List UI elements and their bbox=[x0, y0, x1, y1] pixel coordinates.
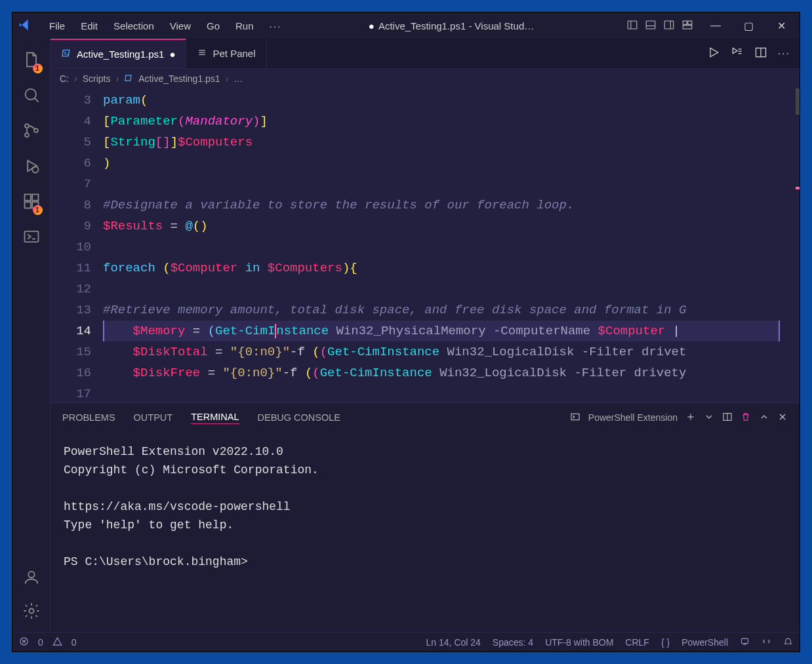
menu-edit[interactable]: Edit bbox=[73, 18, 106, 34]
minimap[interactable] bbox=[780, 88, 800, 402]
toggle-panel-left-icon[interactable] bbox=[626, 19, 638, 33]
panel-tabs: PROBLEMS OUTPUT TERMINAL DEBUG CONSOLE P… bbox=[51, 403, 800, 432]
vscode-window: File Edit Selection View Go Run ··· Acti… bbox=[12, 12, 800, 652]
cursor-position[interactable]: Ln 14, Col 24 bbox=[426, 637, 481, 648]
panel-tab-debug[interactable]: DEBUG CONSOLE bbox=[258, 412, 341, 423]
breadcrumb-drive: C: bbox=[60, 73, 69, 84]
menu-go[interactable]: Go bbox=[199, 18, 228, 34]
bottom-panel: PROBLEMS OUTPUT TERMINAL DEBUG CONSOLE P… bbox=[51, 402, 800, 632]
svg-point-22 bbox=[29, 609, 33, 614]
terminal-content[interactable]: PowerShell Extension v2022.10.0 Copyrigh… bbox=[51, 432, 800, 632]
bell-icon[interactable] bbox=[783, 636, 793, 648]
breadcrumb-file: Active_Testing1.ps1 bbox=[138, 73, 220, 84]
chevron-right-icon: › bbox=[115, 73, 119, 84]
window-title: Active_Testing1.ps1 - Visual Stud… bbox=[292, 20, 611, 31]
menu-view[interactable]: View bbox=[162, 18, 199, 34]
error-count[interactable]: 0 bbox=[38, 637, 43, 648]
split-terminal-icon[interactable] bbox=[722, 412, 733, 424]
indent-status[interactable]: Spaces: 4 bbox=[493, 637, 533, 648]
svg-rect-7 bbox=[688, 21, 692, 24]
chevron-right-icon: › bbox=[74, 73, 77, 84]
tab-active-testing[interactable]: Active_Testing1.ps1 ● bbox=[51, 39, 186, 68]
braces-icon: { } bbox=[661, 637, 670, 648]
menu-run[interactable]: Run bbox=[228, 18, 262, 34]
svg-rect-2 bbox=[646, 21, 655, 29]
terminal-profile-icon bbox=[570, 412, 580, 424]
close-panel-icon[interactable] bbox=[777, 412, 788, 424]
svg-rect-18 bbox=[24, 202, 30, 208]
search-icon[interactable] bbox=[22, 86, 41, 107]
status-bar: 0 0 Ln 14, Col 24 Spaces: 4 UTF-8 with B… bbox=[12, 632, 800, 652]
customize-layout-icon[interactable] bbox=[681, 19, 693, 33]
svg-point-15 bbox=[32, 166, 38, 172]
settings-gear-icon[interactable] bbox=[22, 602, 41, 623]
run-icon[interactable] bbox=[707, 46, 720, 62]
terminal-dropdown[interactable]: PowerShell Extension bbox=[588, 412, 678, 423]
source-control-icon[interactable] bbox=[22, 121, 41, 142]
more-actions-icon[interactable]: ··· bbox=[778, 48, 790, 60]
line-gutter: 34567891011121314151617 bbox=[51, 88, 103, 402]
chevron-up-icon[interactable] bbox=[759, 412, 769, 424]
svg-point-13 bbox=[34, 128, 38, 132]
toggle-panel-bottom-icon[interactable] bbox=[645, 19, 657, 33]
menu-file[interactable]: File bbox=[41, 18, 73, 34]
code-editor[interactable]: 34567891011121314151617 param([Parameter… bbox=[51, 88, 800, 402]
svg-rect-8 bbox=[683, 25, 692, 28]
language-mode[interactable]: PowerShell bbox=[681, 637, 728, 648]
menu-bar: File Edit Selection View Go Run ··· bbox=[41, 18, 289, 34]
svg-rect-33 bbox=[571, 414, 579, 420]
split-editor-icon[interactable] bbox=[754, 46, 767, 62]
maximize-button[interactable]: ▢ bbox=[742, 20, 755, 32]
vscode-logo-icon bbox=[18, 18, 32, 34]
account-icon[interactable] bbox=[22, 568, 41, 589]
menu-overflow[interactable]: ··· bbox=[262, 18, 290, 34]
remote-icon[interactable] bbox=[761, 636, 771, 648]
svg-line-10 bbox=[34, 98, 38, 102]
kill-terminal-icon[interactable] bbox=[741, 412, 751, 424]
explorer-icon[interactable] bbox=[22, 50, 41, 71]
eol-status[interactable]: CRLF bbox=[625, 637, 649, 648]
panel-tab-problems[interactable]: PROBLEMS bbox=[62, 412, 115, 423]
debug-icon[interactable] bbox=[22, 157, 41, 178]
svg-rect-4 bbox=[664, 21, 674, 29]
svg-point-12 bbox=[25, 133, 29, 137]
list-icon bbox=[197, 47, 207, 60]
svg-point-21 bbox=[28, 572, 34, 577]
warning-count-icon[interactable] bbox=[52, 636, 62, 648]
breadcrumb-tail: … bbox=[233, 73, 243, 84]
toggle-panel-right-icon[interactable] bbox=[663, 19, 675, 33]
svg-rect-17 bbox=[32, 195, 38, 201]
feedback-icon[interactable] bbox=[740, 636, 750, 648]
menu-selection[interactable]: Selection bbox=[106, 18, 162, 34]
svg-rect-43 bbox=[742, 638, 748, 644]
code-content[interactable]: param([Parameter(Mandatory)][String[]]$C… bbox=[103, 88, 780, 402]
svg-marker-26 bbox=[710, 48, 718, 56]
chevron-right-icon: › bbox=[226, 73, 229, 84]
powershell-file-icon bbox=[61, 48, 71, 60]
svg-rect-16 bbox=[24, 195, 30, 201]
breadcrumb-folder: Scripts bbox=[83, 73, 111, 84]
warning-count[interactable]: 0 bbox=[71, 637, 77, 648]
minimize-button[interactable]: — bbox=[709, 20, 722, 32]
editor-tabs: Active_Testing1.ps1 ● Pet Panel ··· bbox=[51, 39, 800, 69]
svg-point-9 bbox=[25, 89, 35, 100]
run-selection-icon[interactable] bbox=[731, 46, 744, 62]
powershell-icon[interactable] bbox=[22, 227, 41, 248]
breadcrumb[interactable]: C: › Scripts › Active_Testing1.ps1 › … bbox=[51, 69, 800, 88]
encoding-status[interactable]: UTF-8 with BOM bbox=[545, 637, 613, 648]
close-button[interactable]: ✕ bbox=[775, 20, 788, 32]
svg-rect-19 bbox=[32, 202, 38, 208]
new-terminal-icon[interactable] bbox=[685, 412, 696, 424]
tab-pet-panel[interactable]: Pet Panel bbox=[186, 39, 266, 68]
powershell-file-icon bbox=[124, 73, 133, 85]
activity-bar bbox=[12, 39, 51, 632]
panel-tab-terminal[interactable]: TERMINAL bbox=[191, 412, 239, 424]
panel-tab-output[interactable]: OUTPUT bbox=[134, 412, 173, 423]
window-controls: — ▢ ✕ bbox=[709, 20, 788, 32]
tab-label: Active_Testing1.ps1 bbox=[77, 49, 164, 60]
error-count-icon[interactable] bbox=[19, 636, 29, 648]
svg-rect-6 bbox=[683, 21, 687, 24]
modified-indicator-icon: ● bbox=[169, 49, 175, 60]
extensions-icon[interactable] bbox=[22, 192, 41, 213]
chevron-down-icon[interactable] bbox=[704, 412, 714, 424]
